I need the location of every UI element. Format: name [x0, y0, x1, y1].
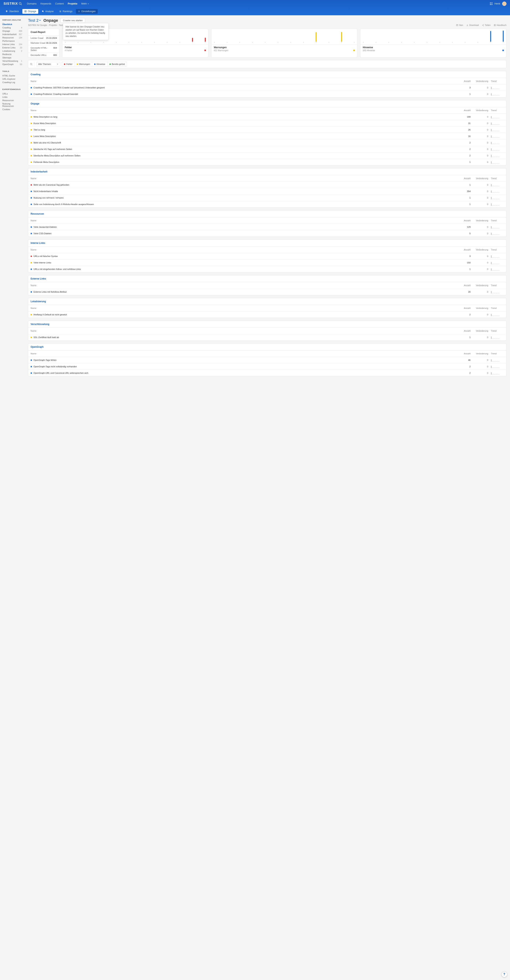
- sidebar-item-redirects[interactable]: Redirects: [2, 52, 22, 56]
- logo[interactable]: SISTRIX: [3, 2, 22, 6]
- tooltip: Hier kannst du den Onpage-Crawler neu st…: [63, 23, 108, 40]
- sidebar-item-performance[interactable]: Performance: [2, 39, 22, 43]
- sidebar-item-urls[interactable]: URLs: [2, 92, 22, 95]
- table-row[interactable]: Externe Links mit Nofollow-Attribut200: [28, 288, 506, 295]
- apps-icon[interactable]: [490, 2, 492, 5]
- chip-hinweise[interactable]: Hinweise: [92, 62, 107, 66]
- severity-dot: [30, 142, 32, 143]
- sidebar-item-nutzung-ressourcen[interactable]: Nutzung Ressourcen: [2, 102, 22, 108]
- table-row[interactable]: Fehlende Meta Description10: [28, 159, 506, 165]
- main-nav: DomainsKeywordsContentProjekteMehr: [27, 2, 89, 6]
- avatar[interactable]: [502, 2, 507, 6]
- user-name[interactable]: Henk: [494, 2, 500, 5]
- table-row[interactable]: Viele CSS-Dateien50: [28, 230, 506, 237]
- sidebar-item-sitemaps[interactable]: Sitemaps: [2, 56, 22, 59]
- action-hlen[interactable]: hlen: [456, 24, 463, 26]
- tab-rankings[interactable]: Rankings: [57, 9, 74, 14]
- topic-select[interactable]: Alle Themen: [37, 62, 60, 66]
- table-row[interactable]: Titel zu lang260: [28, 126, 506, 133]
- sidebar-item-verschlüsselung[interactable]: Verschlüsselung1: [2, 59, 22, 62]
- table-row[interactable]: Crawling-Probleme: SISTRIX-Crawler auf (…: [28, 84, 506, 91]
- sparkline: [360, 29, 506, 45]
- sidebar-item-links[interactable]: Links: [2, 95, 22, 99]
- sidebar-item-ressourcen[interactable]: Ressourcen134: [2, 36, 22, 39]
- table-row[interactable]: Identische H1-Tags auf mehreren Seiten20: [28, 146, 506, 152]
- restart-crawler-button[interactable]: Crawler neu starten: [61, 18, 85, 23]
- tab-analyse[interactable]: Analyse: [40, 9, 56, 14]
- sidebar-item-überblick[interactable]: Überblick: [2, 22, 22, 26]
- table-row[interactable]: URLs mit eingehenden follow- und nofollo…: [28, 266, 506, 272]
- sidebar-item-cookies[interactable]: Cookies: [2, 108, 22, 111]
- sidebar-item-crawling[interactable]: Crawling4: [2, 26, 22, 29]
- table-row[interactable]: Meta Description zu lang1880: [28, 113, 506, 120]
- table-row[interactable]: Mehr als eine H1-Überschrift20: [28, 139, 506, 146]
- svg-rect-4: [490, 4, 491, 5]
- trend-spark: [488, 358, 504, 362]
- sidebar-item-interne-links[interactable]: Interne Links154: [2, 43, 22, 46]
- table-row[interactable]: Leere Meta Description160: [28, 133, 506, 139]
- project-selector[interactable]: Test 2: [28, 18, 41, 23]
- sidebar-item-externe-links[interactable]: Externe Links20: [2, 46, 22, 49]
- sidebar-item-crawling-log[interactable]: Crawling-Log: [2, 81, 22, 84]
- table-row[interactable]: OpenGraph-Tags nicht vollständig vorhand…: [28, 363, 506, 370]
- action-download[interactable]: Download: [466, 24, 479, 26]
- action-teilen[interactable]: Teilen: [482, 24, 491, 26]
- trend-spark: [488, 255, 504, 258]
- nav-domains[interactable]: Domains: [27, 2, 37, 6]
- table-row[interactable]: Identische Meta-Description auf mehreren…: [28, 152, 506, 159]
- svg-rect-7: [26, 11, 27, 11]
- sidebar-item-ressourcen[interactable]: Ressourcen: [2, 99, 22, 102]
- table-row[interactable]: Nutzung von rel=next / rel=prev10: [28, 194, 506, 201]
- table-row[interactable]: URLs mit falscher Syntax30: [28, 253, 506, 259]
- crumb-item[interactable]: Projekte: [49, 24, 57, 26]
- metric-card-hinweise[interactable]: Hinweise565 Hinweise: [360, 29, 507, 57]
- table-row[interactable]: OpenGraph-Tags fehlen460: [28, 357, 506, 363]
- chevron-down-icon: [57, 63, 59, 65]
- svg-rect-5: [492, 4, 492, 5]
- metric-card-warnungen[interactable]: Warnungen421 Warnungen: [211, 29, 358, 57]
- trend-spark: [488, 115, 504, 118]
- report-row: Nächster Crawl30.10.2024: [28, 40, 59, 45]
- chip-fehler[interactable]: Fehler: [62, 62, 75, 66]
- action-handbuch[interactable]: Handbuch: [494, 24, 507, 26]
- nav-content[interactable]: Content: [55, 2, 64, 6]
- trend-spark: [488, 261, 504, 264]
- sidebar-item-lokalisierung[interactable]: Lokalisierung2: [2, 49, 22, 52]
- table-row[interactable]: Mehr als ein Canonical-Tag gefunden10: [28, 181, 506, 188]
- table-header: NameAnzahlVeränderungTrend: [28, 217, 506, 224]
- table-row[interactable]: Hreflang-X-Default ist nicht gesetzt20: [28, 311, 506, 318]
- chip-bereits gelöst[interactable]: Bereits gelöst: [107, 62, 127, 66]
- tab-onpage[interactable]: Onpage: [22, 9, 38, 14]
- table-row[interactable]: Kurze Meta Description310: [28, 120, 506, 126]
- crumb-item[interactable]: SISTRIX für Google: [28, 24, 47, 26]
- svg-rect-16: [59, 12, 60, 12]
- severity-dot: [30, 262, 32, 263]
- sidebar-item-opengraph[interactable]: OpenGraph50: [2, 62, 22, 66]
- table-row[interactable]: Viele Javascript-Dateien1290: [28, 224, 506, 230]
- trend-spark: [488, 371, 504, 375]
- sidebar-item-indexierbarkeit[interactable]: Indexierbarkeit357: [2, 33, 22, 36]
- search-icon[interactable]: [30, 62, 35, 67]
- sidebar-item-url-explorer[interactable]: URL-Explorer: [2, 77, 22, 81]
- nav-keywords[interactable]: Keywords: [40, 2, 51, 6]
- report-row: Letzter Crawl23.10.2024: [28, 35, 59, 40]
- table-row[interactable]: Crawling-Probleme: Crawling manuell been…: [28, 91, 506, 97]
- table-row[interactable]: OpenGraph-URL und Canonical-URL widerspr…: [28, 370, 506, 376]
- severity-dot: [30, 116, 32, 118]
- severity-dot: [30, 372, 32, 374]
- section-lokalisierung: LokalisierungNameAnzahlVeränderungTrendH…: [28, 298, 507, 318]
- chip-warnungen[interactable]: Warnungen: [75, 62, 92, 66]
- sidebar-item-html-suche[interactable]: HTML-Suche: [2, 74, 22, 77]
- nav-mehr[interactable]: Mehr: [81, 2, 89, 6]
- trend-spark: [488, 92, 504, 95]
- table-row[interactable]: Viele interne Links1500: [28, 259, 506, 266]
- table-row[interactable]: Nicht indexierbare Inhalte3540: [28, 188, 506, 194]
- table-row[interactable]: Seite von Indexierung durch X-Robots-Hea…: [28, 201, 506, 207]
- tab-einstellungen[interactable]: Einstellungen: [76, 9, 97, 14]
- sidebar-item-onpage[interactable]: Onpage268: [2, 29, 22, 33]
- crawl-report-title: Crawl-Report: [28, 29, 59, 35]
- table-row[interactable]: SSL-Zertifikat läuft bald ab10: [28, 334, 506, 340]
- nav-projekte[interactable]: Projekte: [68, 2, 77, 6]
- tab-überblick[interactable]: Überblick: [3, 9, 21, 14]
- magnify-icon: [19, 2, 22, 5]
